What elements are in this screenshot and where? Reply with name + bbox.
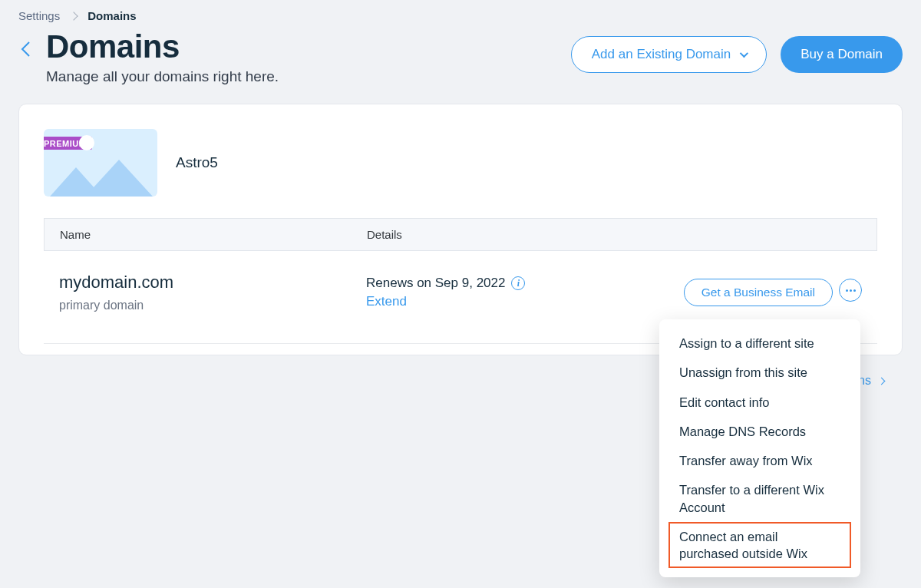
page-subtitle: Manage all your domains right here. bbox=[46, 68, 279, 85]
site-thumbnail: PREMIUM bbox=[44, 129, 157, 197]
site-name: Astro5 bbox=[176, 154, 218, 171]
column-name: Name bbox=[60, 228, 367, 241]
back-button[interactable] bbox=[18, 42, 32, 56]
menu-item-edit-contact[interactable]: Edit contact info bbox=[659, 388, 860, 417]
add-existing-domain-button[interactable]: Add an Existing Domain bbox=[571, 36, 767, 73]
info-icon[interactable]: i bbox=[511, 276, 525, 290]
column-details: Details bbox=[367, 228, 861, 241]
add-existing-domain-label: Add an Existing Domain bbox=[592, 47, 731, 62]
buy-domain-button[interactable]: Buy a Domain bbox=[781, 36, 903, 73]
menu-item-transfer-away[interactable]: Transfer away from Wix bbox=[659, 446, 860, 475]
more-actions-menu: Assign to a different site Unassign from… bbox=[659, 319, 860, 577]
breadcrumb-parent[interactable]: Settings bbox=[18, 9, 60, 22]
extend-link[interactable]: Extend bbox=[366, 294, 632, 309]
page-title: Domains bbox=[46, 28, 279, 65]
table-header: Name Details bbox=[44, 218, 877, 251]
menu-item-assign-site[interactable]: Assign to a different site bbox=[659, 329, 860, 358]
domain-name: mydomain.com bbox=[59, 273, 366, 292]
menu-item-unassign-site[interactable]: Unassign from this site bbox=[659, 358, 860, 387]
get-business-email-button[interactable]: Get a Business Email bbox=[684, 279, 833, 306]
more-actions-button[interactable] bbox=[839, 279, 862, 302]
site-row: PREMIUM Astro5 bbox=[19, 129, 902, 218]
breadcrumb: Settings Domains bbox=[18, 9, 903, 22]
chevron-right-icon bbox=[70, 12, 78, 20]
domains-card: PREMIUM Astro5 Name Details mydomain.com… bbox=[18, 104, 903, 355]
menu-item-transfer-account[interactable]: Transfer to a different Wix Account bbox=[659, 475, 860, 522]
page-header: Domains Manage all your domains right he… bbox=[18, 28, 903, 85]
renews-text: Renews on Sep 9, 2022 bbox=[366, 276, 505, 291]
chevron-down-icon bbox=[740, 49, 748, 58]
menu-item-connect-external-email[interactable]: Connect an email purchased outside Wix bbox=[668, 522, 851, 569]
breadcrumb-current: Domains bbox=[87, 9, 136, 22]
chevron-right-icon bbox=[878, 377, 886, 385]
domain-subtext: primary domain bbox=[59, 299, 366, 312]
menu-item-manage-dns[interactable]: Manage DNS Records bbox=[659, 417, 860, 446]
